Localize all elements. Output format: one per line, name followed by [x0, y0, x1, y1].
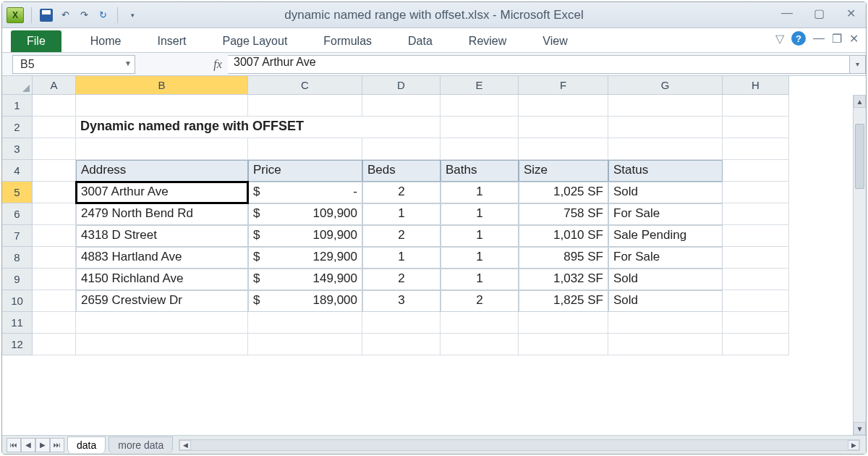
column-header-D[interactable]: D	[362, 76, 441, 95]
cell[interactable]: $149,900	[248, 269, 362, 290]
cell[interactable]: 1	[441, 269, 519, 290]
cell[interactable]	[33, 247, 76, 269]
row-header-8[interactable]: 8	[2, 247, 33, 269]
tab-insert[interactable]: Insert	[145, 30, 197, 52]
cell[interactable]: 1,032 SF	[519, 269, 608, 290]
cell[interactable]	[33, 160, 76, 182]
column-header-A[interactable]: A	[33, 76, 76, 95]
cell[interactable]	[723, 312, 789, 334]
cell[interactable]	[608, 138, 723, 160]
cell[interactable]: 1,825 SF	[519, 290, 608, 312]
cell[interactable]: 758 SF	[519, 203, 608, 225]
row-header-1[interactable]: 1	[2, 95, 33, 117]
row-header-2[interactable]: 2	[2, 117, 33, 138]
column-header-E[interactable]: E	[441, 76, 519, 95]
close-button[interactable]: ✕	[841, 5, 860, 21]
row-header-4[interactable]: 4	[2, 160, 33, 182]
row-header-5[interactable]: 5	[2, 182, 33, 203]
cell[interactable]	[723, 290, 789, 312]
table-header[interactable]: Size	[519, 160, 608, 182]
cell[interactable]	[33, 203, 76, 225]
cell[interactable]	[33, 225, 76, 247]
cell[interactable]	[723, 269, 789, 290]
cell[interactable]	[362, 334, 441, 355]
row-header-12[interactable]: 12	[2, 334, 33, 355]
cell[interactable]: 1	[362, 203, 441, 225]
cell[interactable]	[723, 203, 789, 225]
scroll-thumb[interactable]	[855, 124, 864, 189]
minimize-button[interactable]: —	[778, 5, 796, 21]
column-header-F[interactable]: F	[519, 76, 608, 95]
formula-bar[interactable]: 3007 Arthur Ave	[228, 55, 850, 74]
sheet-nav-first[interactable]: ⏮	[7, 438, 21, 452]
name-box[interactable]: B5 ▼	[12, 55, 135, 74]
cell[interactable]	[608, 334, 723, 355]
sheet-nav-prev[interactable]: ◀	[21, 438, 35, 452]
cell[interactable]	[519, 138, 608, 160]
cell[interactable]	[441, 334, 519, 355]
cell[interactable]	[519, 334, 608, 355]
select-all-corner[interactable]	[2, 76, 33, 95]
cell[interactable]	[723, 117, 789, 138]
cell[interactable]	[33, 290, 76, 312]
cells-area[interactable]: Dynamic named range with OFFSETAddressPr…	[33, 95, 853, 435]
cell[interactable]	[33, 312, 76, 334]
scroll-left-button[interactable]: ◀	[179, 440, 191, 450]
cell[interactable]: Sold	[608, 182, 723, 203]
cell[interactable]: 4883 Hartland Ave	[76, 247, 248, 269]
cell[interactable]	[248, 334, 362, 355]
tab-view[interactable]: View	[531, 30, 579, 52]
tab-review[interactable]: Review	[457, 30, 518, 52]
cell[interactable]	[362, 95, 441, 117]
formula-bar-expand-icon[interactable]: ▾	[850, 55, 866, 74]
cell[interactable]: 2479 North Bend Rd	[76, 203, 248, 225]
column-header-B[interactable]: B	[76, 76, 248, 95]
row-header-11[interactable]: 11	[2, 312, 33, 334]
cell[interactable]	[519, 312, 608, 334]
cell[interactable]	[76, 312, 248, 334]
ribbon-minimize-icon[interactable]: ▽	[775, 32, 784, 46]
cell[interactable]: $109,900	[248, 203, 362, 225]
table-header[interactable]: Baths	[441, 160, 519, 182]
cell[interactable]: Sold	[608, 290, 723, 312]
fx-icon[interactable]: fx	[208, 58, 228, 71]
cell[interactable]: $189,000	[248, 290, 362, 312]
sheet-tab-more-data[interactable]: more data	[109, 436, 173, 453]
cell[interactable]: Sold	[608, 269, 723, 290]
cell[interactable]	[362, 138, 441, 160]
cell[interactable]	[441, 95, 519, 117]
cell[interactable]	[608, 95, 723, 117]
cell[interactable]	[723, 182, 789, 203]
cell[interactable]: $-	[248, 182, 362, 203]
cell[interactable]	[248, 138, 362, 160]
cell[interactable]	[33, 95, 76, 117]
cell[interactable]: 1,010 SF	[519, 225, 608, 247]
column-header-H[interactable]: H	[723, 76, 789, 95]
cell[interactable]: For Sale	[608, 247, 723, 269]
workbook-restore-button[interactable]: ❐	[832, 32, 842, 46]
tab-data[interactable]: Data	[396, 30, 444, 52]
cell[interactable]: $129,900	[248, 247, 362, 269]
sheet-tab-data[interactable]: data	[67, 436, 106, 453]
cell[interactable]: 2	[362, 225, 441, 247]
file-tab[interactable]: File	[11, 30, 61, 52]
table-header[interactable]: Beds	[362, 160, 441, 182]
cell[interactable]	[362, 312, 441, 334]
cell[interactable]: 1	[441, 225, 519, 247]
horizontal-scrollbar[interactable]: ◀ ▶	[179, 439, 860, 451]
cell[interactable]: 1	[362, 247, 441, 269]
row-header-9[interactable]: 9	[2, 269, 33, 290]
cell[interactable]: Sale Pending	[608, 225, 723, 247]
row-header-7[interactable]: 7	[2, 225, 33, 247]
cell[interactable]	[248, 95, 362, 117]
cell[interactable]	[76, 138, 248, 160]
row-header-3[interactable]: 3	[2, 138, 33, 160]
cell[interactable]: 1,025 SF	[519, 182, 608, 203]
cell[interactable]	[441, 138, 519, 160]
cell[interactable]	[608, 117, 723, 138]
cell[interactable]: 895 SF	[519, 247, 608, 269]
tab-formulas[interactable]: Formulas	[312, 30, 383, 52]
cell[interactable]: 1	[441, 203, 519, 225]
cell[interactable]	[519, 117, 608, 138]
maximize-button[interactable]: ▢	[809, 5, 828, 21]
